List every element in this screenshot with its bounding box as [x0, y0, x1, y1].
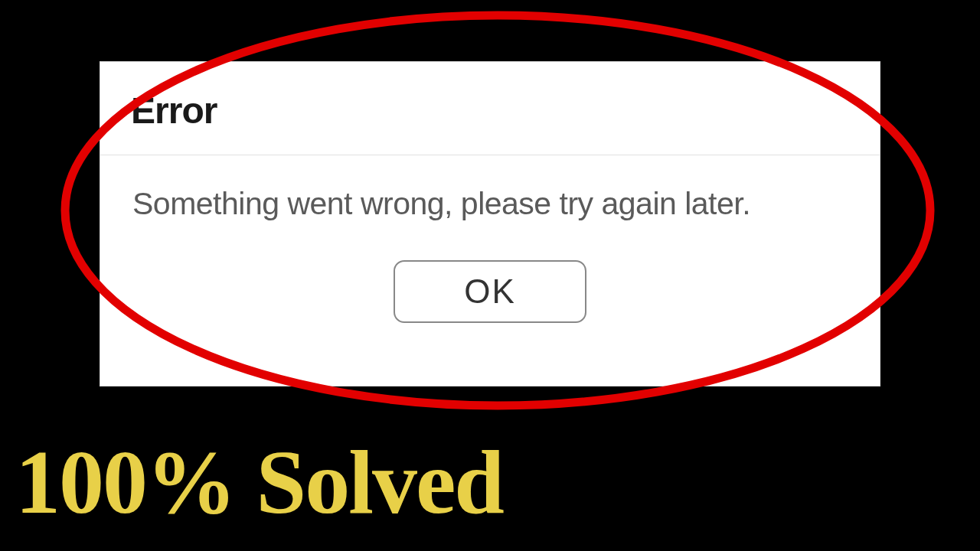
dialog-body: Something went wrong, please try again l…	[100, 155, 880, 237]
dialog-header: Error	[100, 62, 880, 155]
dialog-message: Something went wrong, please try again l…	[132, 186, 848, 222]
ok-button[interactable]: OK	[394, 260, 586, 323]
dialog-title: Error	[131, 90, 849, 132]
solved-caption: 100% Solved	[15, 438, 503, 528]
error-dialog: Error Something went wrong, please try a…	[100, 61, 880, 386]
dialog-footer: OK	[100, 237, 880, 354]
